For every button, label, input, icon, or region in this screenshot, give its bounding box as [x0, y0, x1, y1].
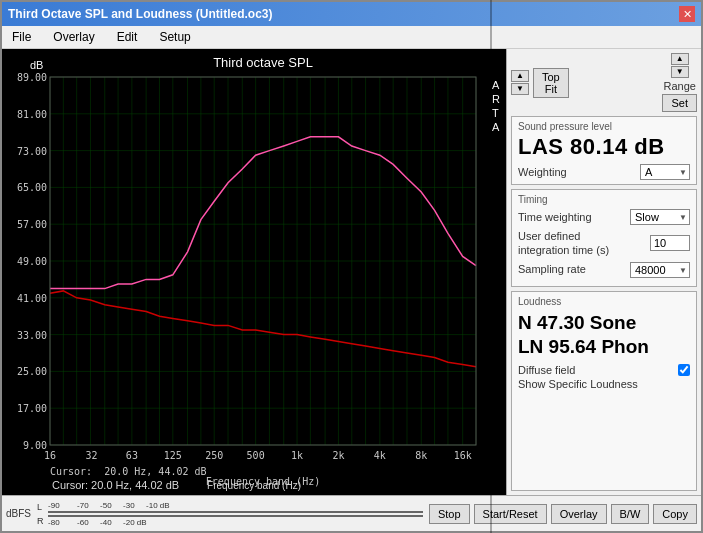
top-button[interactable]: Top Fit	[533, 68, 569, 98]
menu-file[interactable]: File	[6, 28, 37, 46]
window-title: Third Octave SPL and Loudness (Untitled.…	[8, 7, 272, 21]
R-meter-bar	[48, 515, 423, 517]
time-weighting-select[interactable]: Slow Fast Impulse	[630, 209, 690, 225]
stop-button[interactable]: Stop	[429, 504, 470, 524]
bottom-bar: dBFS L -90 -70 -50 -30 -10 dB	[2, 495, 701, 531]
integration-row: User definedintegration time (s)	[518, 229, 690, 258]
title-bar: Third Octave SPL and Loudness (Untitled.…	[2, 2, 701, 26]
right-panel: ▲ ▼ Top Fit ▲ ▼ Range Set	[506, 49, 701, 495]
loudness-value-line1: N 47.30 Sone	[518, 311, 690, 336]
bottom-buttons: Stop Start/Reset Overlay B/W Copy	[429, 504, 697, 524]
range-arrow-group: ▲ ▼	[671, 53, 689, 78]
menu-bar: File Overlay Edit Setup	[2, 26, 701, 49]
loudness-section: Loudness N 47.30 Sone LN 95.64 Phon Diff…	[511, 291, 697, 491]
meter-group: L -90 -70 -50 -30 -10 dB R	[37, 501, 423, 527]
spl-value: LAS 80.14 dB	[518, 134, 690, 160]
bw-button[interactable]: B/W	[611, 504, 650, 524]
spl-section: Sound pressure level LAS 80.14 dB Weight…	[511, 116, 697, 185]
sampling-row: Sampling rate 48000 44100 96000	[518, 262, 690, 278]
diffuse-label: Diffuse field	[518, 364, 575, 376]
spl-row: Weighting A B C Z	[518, 164, 690, 180]
menu-edit[interactable]: Edit	[111, 28, 144, 46]
loudness-value-line2: LN 95.64 Phon	[518, 335, 690, 360]
top-label: Top	[542, 71, 560, 83]
L-label: L	[37, 502, 45, 512]
weighting-label: Weighting	[518, 166, 567, 178]
show-specific-label: Show Specific Loudness	[518, 378, 690, 390]
sampling-select-wrapper: 48000 44100 96000	[630, 262, 690, 278]
sampling-select[interactable]: 48000 44100 96000	[630, 262, 690, 278]
spl-section-label: Sound pressure level	[518, 121, 690, 132]
menu-setup[interactable]: Setup	[153, 28, 196, 46]
top-down-arrow[interactable]: ▼	[511, 83, 529, 95]
freq-label: Frequency band (Hz)	[207, 480, 301, 491]
diffuse-checkbox[interactable]	[678, 364, 690, 376]
top-up-arrow[interactable]: ▲	[511, 70, 529, 82]
chart-area: Cursor: 20.0 Hz, 44.02 dB Frequency band…	[2, 49, 506, 495]
range-group: ▲ ▼ Range Set	[662, 53, 697, 112]
close-button[interactable]: ✕	[679, 6, 695, 22]
range-label: Range	[664, 80, 696, 92]
start-reset-button[interactable]: Start/Reset	[474, 504, 547, 524]
set-button[interactable]: Set	[662, 94, 697, 112]
integration-input[interactable]	[650, 235, 690, 251]
spl-chart	[2, 49, 506, 495]
loudness-section-label: Loudness	[518, 296, 690, 307]
time-weighting-select-wrapper: Slow Fast Impulse	[630, 209, 690, 225]
time-weighting-row: Time weighting Slow Fast Impulse	[518, 209, 690, 225]
dBFS-label: dBFS	[6, 508, 31, 519]
fit-label: Fit	[542, 83, 560, 95]
top-arrow-group: ▲ ▼	[511, 70, 529, 95]
L-meter-row: L -90 -70 -50 -30 -10 dB	[37, 501, 423, 513]
overlay-button[interactable]: Overlay	[551, 504, 607, 524]
main-content: Cursor: 20.0 Hz, 44.02 dB Frequency band…	[2, 49, 701, 495]
weighting-select[interactable]: A B C Z	[640, 164, 690, 180]
range-up-arrow[interactable]: ▲	[671, 53, 689, 65]
sampling-label: Sampling rate	[518, 262, 630, 276]
R-meter-row: R -80 -60 -40 -20 dB	[37, 515, 423, 527]
L-meter-bar	[48, 511, 423, 513]
timing-section: Timing Time weighting Slow Fast Impulse …	[511, 189, 697, 287]
integration-label: User definedintegration time (s)	[518, 229, 650, 258]
timing-section-label: Timing	[518, 194, 690, 205]
menu-overlay[interactable]: Overlay	[47, 28, 100, 46]
copy-button[interactable]: Copy	[653, 504, 697, 524]
R-label: R	[37, 516, 45, 526]
show-specific-row: Show Specific Loudness	[518, 378, 690, 390]
L-scale-start: -90	[48, 501, 76, 510]
diffuse-row: Diffuse field	[518, 364, 690, 376]
top-controls: ▲ ▼ Top Fit ▲ ▼ Range Set	[511, 53, 697, 112]
cursor-info: Cursor: 20.0 Hz, 44.02 dB	[52, 479, 179, 491]
time-weighting-label: Time weighting	[518, 210, 630, 224]
main-window: Third Octave SPL and Loudness (Untitled.…	[0, 0, 703, 533]
range-down-arrow[interactable]: ▼	[671, 66, 689, 78]
weighting-select-wrapper: A B C Z	[640, 164, 690, 180]
